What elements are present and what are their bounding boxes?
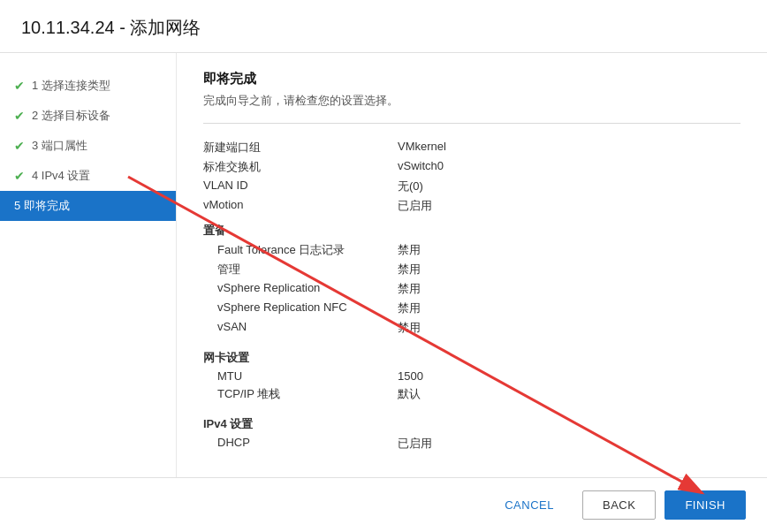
table-row-services-section: 置备 [203, 216, 740, 240]
add-network-dialog: 10.11.34.24 - 添加网络 ✔ 1 选择连接类型 ✔ 2 选择目标设备… [0, 0, 767, 532]
tcpip-value: 默认 [398, 384, 740, 404]
finish-button[interactable]: FINISH [664, 490, 746, 520]
main-content: 即将完成 完成向导之前，请检查您的设置选择。 新建端口组 VMkernel 标准… [177, 53, 767, 477]
back-button[interactable]: BACK [582, 490, 656, 520]
vlan-value: 无(0) [398, 177, 740, 196]
table-row-mtu: MTU 1500 [203, 368, 740, 384]
services-section-label: 置备 [203, 216, 398, 240]
dialog-footer: CANCEL BACK FINISH [0, 477, 767, 532]
dialog-body: ✔ 1 选择连接类型 ✔ 2 选择目标设备 ✔ 3 端口属性 ✔ 4 IPv4 … [0, 53, 767, 477]
switch-label: 标准交换机 [203, 157, 398, 177]
sidebar-label-step4: 4 IPv4 设置 [32, 168, 90, 184]
tcpip-label: TCP/IP 堆栈 [203, 384, 398, 404]
sidebar-item-step5[interactable]: 5 即将完成 [0, 191, 176, 221]
table-row-vsan: vSAN 禁用 [203, 318, 740, 338]
summary-table: 新建端口组 VMkernel 标准交换机 vSwitch0 VLAN ID 无(… [203, 138, 740, 453]
ft-label: Fault Tolerance 日志记录 [203, 240, 398, 260]
port-group-value: VMkernel [398, 138, 740, 157]
section-title: 即将完成 [203, 71, 740, 87]
table-row-vmotion: vMotion 已启用 [203, 196, 740, 216]
table-row-nic-section: 网卡设置 [203, 338, 740, 368]
dhcp-value: 已启用 [398, 434, 740, 453]
vmotion-label: vMotion [203, 196, 398, 216]
check-icon-step3: ✔ [14, 139, 25, 153]
mtu-label: MTU [203, 368, 398, 384]
section-desc: 完成向导之前，请检查您的设置选择。 [203, 93, 740, 109]
vsphere-rep-nfc-label: vSphere Replication NFC [203, 299, 398, 318]
switch-value: vSwitch0 [398, 157, 740, 177]
table-row-vsphere-rep-nfc: vSphere Replication NFC 禁用 [203, 299, 740, 318]
vsphere-rep-value: 禁用 [398, 279, 740, 299]
nic-section-label: 网卡设置 [203, 338, 398, 368]
ft-value: 禁用 [398, 240, 740, 260]
mgmt-value: 禁用 [398, 260, 740, 279]
table-row-dhcp: DHCP 已启用 [203, 434, 740, 453]
sidebar-label-step2: 2 选择目标设备 [32, 108, 110, 124]
vsan-label: vSAN [203, 318, 398, 338]
sidebar-item-step4[interactable]: ✔ 4 IPv4 设置 [0, 161, 176, 191]
table-row-ipv4-section: IPv4 设置 [203, 404, 740, 434]
table-row-vlan: VLAN ID 无(0) [203, 177, 740, 196]
sidebar-label-step5: 5 即将完成 [14, 198, 70, 214]
table-row-tcpip: TCP/IP 堆栈 默认 [203, 384, 740, 404]
table-row-mgmt: 管理 禁用 [203, 260, 740, 279]
table-row-vsphere-rep: vSphere Replication 禁用 [203, 279, 740, 299]
sidebar-item-step3[interactable]: ✔ 3 端口属性 [0, 131, 176, 161]
dialog-title: 10.11.34.24 - 添加网络 [0, 0, 767, 53]
vmotion-value: 已启用 [398, 196, 740, 216]
check-icon-step1: ✔ [14, 79, 25, 93]
port-group-label: 新建端口组 [203, 138, 398, 157]
dhcp-label: DHCP [203, 434, 398, 453]
vlan-label: VLAN ID [203, 177, 398, 196]
sidebar-item-step1[interactable]: ✔ 1 选择连接类型 [0, 71, 176, 101]
mgmt-label: 管理 [203, 260, 398, 279]
table-row-switch: 标准交换机 vSwitch0 [203, 157, 740, 177]
divider [203, 123, 740, 124]
sidebar-item-step2[interactable]: ✔ 2 选择目标设备 [0, 101, 176, 131]
ipv4-section-label: IPv4 设置 [203, 404, 398, 434]
table-row-ft: Fault Tolerance 日志记录 禁用 [203, 240, 740, 260]
check-icon-step2: ✔ [14, 109, 25, 123]
vsphere-rep-label: vSphere Replication [203, 279, 398, 299]
table-row-port-group: 新建端口组 VMkernel [203, 138, 740, 157]
vsan-value: 禁用 [398, 318, 740, 338]
cancel-button[interactable]: CANCEL [485, 491, 573, 519]
check-icon-step4: ✔ [14, 169, 25, 183]
mtu-value: 1500 [398, 368, 740, 384]
sidebar-label-step1: 1 选择连接类型 [32, 78, 110, 94]
sidebar-label-step3: 3 端口属性 [32, 138, 87, 154]
sidebar: ✔ 1 选择连接类型 ✔ 2 选择目标设备 ✔ 3 端口属性 ✔ 4 IPv4 … [0, 53, 177, 477]
vsphere-rep-nfc-value: 禁用 [398, 299, 740, 318]
